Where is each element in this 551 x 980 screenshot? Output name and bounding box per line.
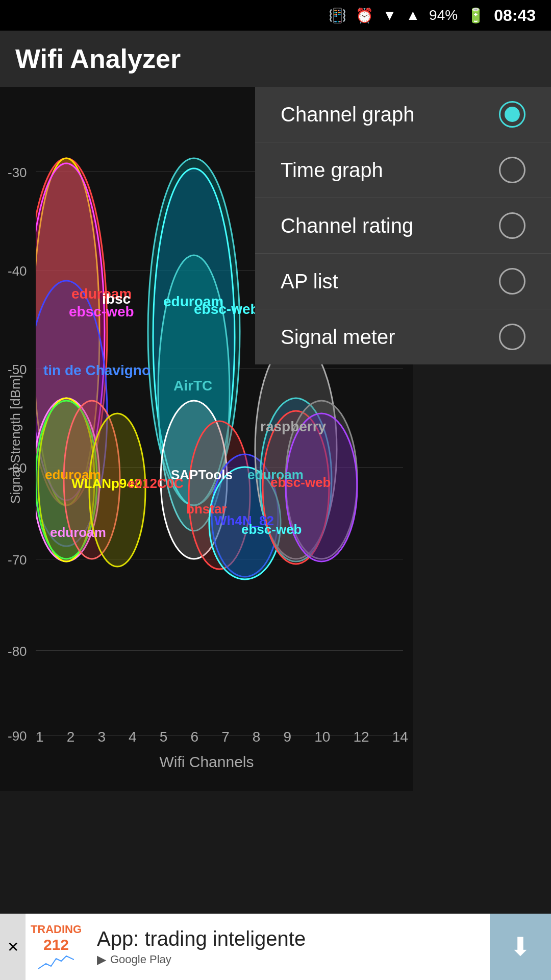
network-curve-e012: [89, 413, 145, 567]
ad-banner: ✕ TRADING 212 App: trading inteligente ▶…: [0, 914, 551, 980]
radio-ap-list[interactable]: [499, 268, 525, 295]
ad-sub-area: ▶ Google Play: [97, 952, 480, 967]
menu-item-channel-graph[interactable]: Channel graph: [255, 87, 551, 142]
grid-label-60: -60: [8, 460, 27, 476]
status-bar: 📳 ⏰ ▼ ▲ 94% 🔋 08:43: [0, 0, 551, 31]
ad-logo-text: TRADING: [31, 923, 82, 936]
x-label-1: 1: [36, 729, 44, 745]
menu-label-channel-rating: Channel rating: [281, 214, 413, 237]
ad-download-icon: ⬇: [510, 932, 531, 962]
ad-cta-button[interactable]: ⬇: [490, 914, 551, 980]
x-label-9: 9: [284, 729, 292, 745]
menu-label-time-graph: Time graph: [281, 159, 383, 182]
grid-label-80: -80: [8, 644, 27, 659]
menu-label-ap-list: AP list: [281, 270, 338, 293]
menu-label-channel-graph: Channel graph: [281, 103, 414, 126]
x-label-6: 6: [190, 729, 198, 745]
status-time: 08:43: [494, 6, 536, 25]
x-label-7: 7: [221, 729, 230, 745]
ad-logo: TRADING 212: [26, 914, 87, 980]
y-axis-label: Signal Strength [dBm]: [8, 375, 23, 504]
x-axis: 1 2 3 4 5 6 7 8 9 10 12 14: [36, 729, 408, 745]
x-label-8: 8: [253, 729, 261, 745]
grid-label-90: -90: [8, 728, 27, 744]
ad-main-text: App: trading inteligente: [97, 927, 480, 950]
battery-percent: 94%: [429, 7, 458, 23]
ad-mini-chart: [38, 953, 74, 971]
menu-label-signal-meter: Signal meter: [281, 326, 395, 349]
app-title: Wifi Analyzer: [15, 43, 181, 74]
x-label-10: 10: [314, 729, 330, 745]
radio-inner-channel-graph: [505, 107, 520, 122]
menu-item-signal-meter[interactable]: Signal meter: [255, 309, 551, 364]
network-curve-purple-ch11: [286, 413, 357, 561]
ad-close-button[interactable]: ✕: [0, 914, 26, 980]
x-axis-title: Wifi Channels: [0, 753, 413, 771]
ad-close-icon: ✕: [7, 939, 19, 955]
x-label-5: 5: [160, 729, 168, 745]
ad-play-icon: ▶: [97, 952, 106, 967]
radio-channel-graph[interactable]: [499, 101, 525, 128]
wifi-icon: ▼: [383, 7, 397, 23]
app-header: Wifi Analyzer: [0, 31, 551, 87]
menu-item-channel-rating[interactable]: Channel rating: [255, 198, 551, 254]
signal-icon: ▲: [406, 7, 420, 23]
vibrate-icon: 📳: [329, 7, 346, 24]
grid-label-50: -50: [8, 362, 27, 378]
menu-item-time-graph[interactable]: Time graph: [255, 142, 551, 198]
x-label-12: 12: [353, 729, 369, 745]
x-label-4: 4: [129, 729, 137, 745]
grid-label-30: -30: [8, 165, 27, 181]
radio-channel-rating[interactable]: [499, 212, 525, 239]
grid-label-70: -70: [8, 552, 27, 568]
view-menu: Channel graph Time graph Channel rating …: [255, 87, 551, 364]
x-label-14: 14: [392, 729, 408, 745]
radio-time-graph[interactable]: [499, 157, 525, 183]
menu-item-ap-list[interactable]: AP list: [255, 254, 551, 309]
ad-logo-number: 212: [43, 936, 69, 953]
ad-sub-text: Google Play: [110, 953, 171, 966]
x-label-3: 3: [97, 729, 106, 745]
grid-label-40: -40: [8, 263, 27, 279]
battery-icon: 🔋: [467, 7, 485, 24]
radio-signal-meter[interactable]: [499, 324, 525, 350]
alarm-icon: ⏰: [356, 7, 373, 24]
x-label-2: 2: [67, 729, 75, 745]
ad-text-area: App: trading inteligente ▶ Google Play: [87, 925, 490, 969]
